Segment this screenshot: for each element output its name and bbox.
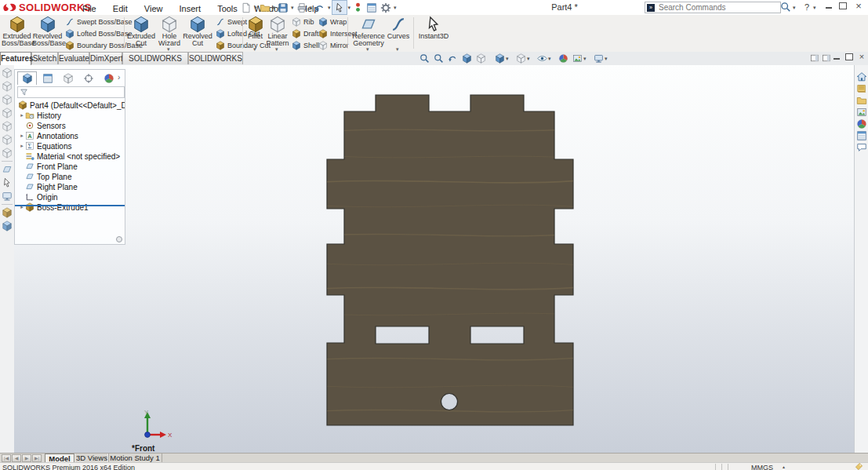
document-close-button[interactable]: × <box>856 53 867 62</box>
document-minimize-button[interactable] <box>831 53 842 63</box>
left-tool-icon-10[interactable] <box>2 191 13 202</box>
tab-sketch[interactable]: Sketch <box>31 52 58 64</box>
swept-boss-base-button[interactable]: Swept Boss/Base <box>65 16 133 27</box>
document-restore-button[interactable] <box>844 53 855 63</box>
rebuild-button[interactable] <box>351 1 365 14</box>
search-commands-box[interactable]: » <box>645 2 781 13</box>
draft-button[interactable]: Draft <box>292 28 319 39</box>
open-caret[interactable]: ▾ <box>273 5 276 11</box>
expand-arrow-icon[interactable]: ▸ <box>19 112 25 118</box>
displaymanager-tab[interactable] <box>99 71 118 85</box>
revolved-cut-button[interactable]: Revolved Cut <box>183 16 212 51</box>
search-magnifier-icon[interactable] <box>780 2 791 13</box>
save-caret[interactable]: ▾ <box>291 5 294 11</box>
mirror-button[interactable]: Mirror <box>318 40 349 51</box>
tab-dimxpert[interactable]: DimXpert <box>89 52 122 64</box>
dimxpertmanager-tab[interactable] <box>78 71 98 85</box>
view-settings-caret[interactable]: ▾ <box>605 56 608 62</box>
zoom-to-area-icon[interactable] <box>432 53 445 64</box>
left-tool-icon-11[interactable] <box>2 207 13 218</box>
previous-view-icon[interactable] <box>446 53 459 64</box>
units-selector[interactable]: MMGS <box>751 464 773 470</box>
select-caret[interactable]: ▾ <box>348 5 351 11</box>
save-button[interactable] <box>276 1 290 14</box>
left-tool-icon-8[interactable] <box>2 164 13 175</box>
hide-show-items-caret[interactable]: ▾ <box>548 56 551 62</box>
window-minimize-button[interactable] <box>823 2 834 12</box>
left-tool-icon-4[interactable] <box>2 107 13 118</box>
left-tool-icon-3[interactable] <box>2 94 13 105</box>
edit-appearance-icon[interactable] <box>557 53 570 64</box>
tag-icon[interactable] <box>855 462 863 470</box>
left-tool-icon-6[interactable] <box>2 134 13 145</box>
tab-solidworks-mbd[interactable]: SOLIDWORKS MBD <box>188 52 243 64</box>
tab-features[interactable]: Features <box>0 52 31 65</box>
search-caret[interactable]: ▾ <box>793 5 796 11</box>
select-tool-button[interactable] <box>332 0 347 15</box>
graphics-viewport[interactable] <box>14 65 854 453</box>
view-orientation-icon[interactable] <box>493 53 507 64</box>
rib-button[interactable]: Rib <box>292 16 314 27</box>
solidworks-resources-icon[interactable] <box>856 71 867 82</box>
undo-caret[interactable]: ▾ <box>328 5 331 11</box>
left-tool-icon-1[interactable] <box>2 67 13 78</box>
help-caret[interactable]: ▾ <box>813 5 816 11</box>
print-button[interactable] <box>295 1 309 14</box>
file-properties-button[interactable] <box>365 1 379 14</box>
extruded-cut-button[interactable]: Extruded Cut <box>126 16 156 51</box>
tree-item-history[interactable]: ▸ History <box>15 111 125 120</box>
wrap-button[interactable]: Wrap <box>318 16 347 27</box>
custom-properties-icon[interactable] <box>856 130 867 141</box>
tree-item-origin[interactable]: Origin <box>15 192 125 202</box>
zoom-to-fit-icon[interactable] <box>418 53 431 64</box>
section-view-icon[interactable] <box>460 53 474 64</box>
tab-evaluate[interactable]: Evaluate <box>58 52 89 64</box>
panel-resize-handle[interactable] <box>116 236 122 242</box>
display-style-icon[interactable] <box>514 53 528 64</box>
undo-button[interactable] <box>313 1 327 14</box>
expand-arrow-icon[interactable]: ▸ <box>19 133 25 139</box>
new-caret[interactable]: ▾ <box>254 5 257 11</box>
hide-show-items-icon[interactable] <box>536 53 549 64</box>
units-caret[interactable]: ▴ <box>783 464 785 469</box>
extruded-boss-base-button[interactable]: Extruded Boss/Base <box>2 16 32 51</box>
new-document-button[interactable] <box>239 1 253 14</box>
tab-solidworks-add-ins[interactable]: SOLIDWORKS Add-Ins <box>122 52 188 64</box>
expand-arrow-icon[interactable]: ▸ <box>19 143 25 149</box>
view-palette-icon[interactable] <box>856 107 867 118</box>
left-tool-icon-5[interactable] <box>2 121 13 132</box>
tab-scroll-last-button[interactable]: ▶| <box>32 454 42 462</box>
instant3d-button[interactable]: Instant3D <box>416 16 451 51</box>
appearances-scenes-icon[interactable] <box>856 118 867 129</box>
tree-item-equations[interactable]: ▸ Equations <box>15 141 125 151</box>
tree-item-top-plane[interactable]: Top Plane <box>15 172 125 181</box>
print-caret[interactable]: ▾ <box>310 5 313 11</box>
options-button[interactable] <box>379 1 393 14</box>
lofted-boss-base-button[interactable]: Lofted Boss/Base <box>65 28 133 39</box>
design-library-icon[interactable] <box>856 83 867 94</box>
revolved-boss-base-button[interactable]: Revolved Boss/Base <box>32 16 63 51</box>
left-tool-icon-9[interactable] <box>2 177 13 188</box>
apply-scene-icon[interactable] <box>571 53 584 64</box>
tree-item-sensors[interactable]: Sensors <box>15 121 125 130</box>
rollback-bar[interactable] <box>15 205 125 206</box>
shell-button[interactable]: Shell <box>292 40 319 51</box>
solidworks-forum-icon[interactable] <box>856 142 867 153</box>
configurationmanager-tab[interactable] <box>58 71 78 85</box>
panel-overflow-chevron[interactable]: › <box>118 73 120 82</box>
view-settings-icon[interactable] <box>592 53 605 64</box>
apply-scene-caret[interactable]: ▾ <box>583 56 587 62</box>
search-scope-icon[interactable]: » <box>647 4 655 12</box>
file-explorer-icon[interactable] <box>856 95 867 106</box>
tab-scroll-prev-button[interactable]: ◀ <box>12 454 21 462</box>
display-style-caret[interactable]: ▾ <box>527 56 530 62</box>
left-tool-icon-12[interactable] <box>2 220 13 231</box>
propertymanager-tab[interactable] <box>38 71 57 85</box>
left-tool-icon-7[interactable] <box>2 148 13 158</box>
help-button[interactable]: ? <box>804 2 809 12</box>
3d-drawing-view-icon[interactable] <box>474 53 488 64</box>
tree-item-right-plane[interactable]: Right Plane <box>15 182 125 191</box>
featuremanager-tree-tab[interactable] <box>17 71 37 85</box>
tree-root-part[interactable]: Part4 (Default<<Default>_Display State 1 <box>15 100 125 110</box>
window-close-button[interactable]: × <box>853 2 864 11</box>
